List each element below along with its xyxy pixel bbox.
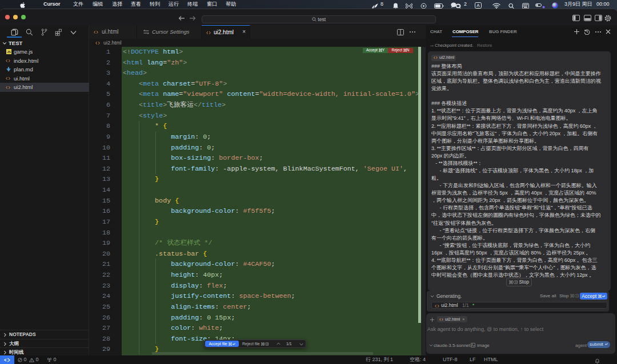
svg-text:A: A: [476, 3, 480, 8]
